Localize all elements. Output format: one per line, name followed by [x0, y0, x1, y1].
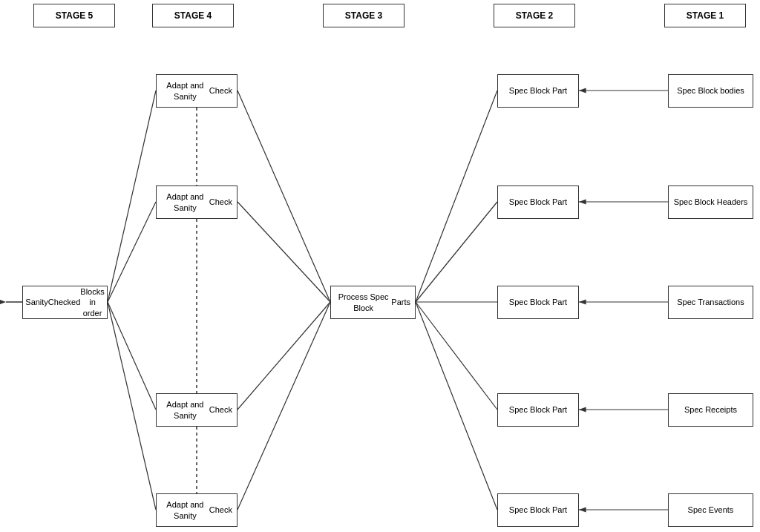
- spec-block-headers-node: Spec Block Headers: [668, 185, 753, 219]
- svg-line-18: [416, 302, 497, 510]
- sanity-checked-node: SanityCheckedBlocks in order: [22, 286, 108, 319]
- svg-line-12: [238, 302, 330, 410]
- svg-line-14: [416, 91, 497, 302]
- adapt4-node: Adapt and SanityCheck: [156, 493, 238, 527]
- spec-block-part-4-node: Spec Block Part: [497, 393, 579, 427]
- svg-line-13: [238, 302, 330, 510]
- svg-line-10: [238, 91, 330, 302]
- spec-events-node: Spec Events: [668, 493, 753, 527]
- adapt1-node: Adapt and SanityCheck: [156, 74, 238, 108]
- spec-block-part-3-node: Spec Block Part: [497, 286, 579, 319]
- stage1-header: STAGE 1: [664, 4, 746, 27]
- svg-line-9: [108, 302, 156, 510]
- stage4-header: STAGE 4: [152, 4, 234, 27]
- svg-line-15: [416, 202, 497, 302]
- spec-receipts-node: Spec Receipts: [668, 393, 753, 427]
- spec-block-part-1-node: Spec Block Part: [497, 74, 579, 108]
- svg-line-6: [108, 91, 156, 302]
- svg-line-11: [238, 202, 330, 302]
- spec-block-part-5-node: Spec Block Part: [497, 493, 579, 527]
- stage2-header: STAGE 2: [494, 4, 575, 27]
- spec-block-part-2-node: Spec Block Part: [497, 185, 579, 219]
- process-node: Process Spec BlockParts: [330, 286, 416, 319]
- adapt3-node: Adapt and SanityCheck: [156, 393, 238, 427]
- stage3-header: STAGE 3: [323, 4, 404, 27]
- svg-line-7: [108, 202, 156, 302]
- spec-transactions-node: Spec Transactions: [668, 286, 753, 319]
- stage5-header: STAGE 5: [33, 4, 115, 27]
- connections-svg: [0, 0, 760, 532]
- spec-block-bodies-node: Spec Block bodies: [668, 74, 753, 108]
- svg-line-8: [108, 302, 156, 410]
- adapt2-node: Adapt and SanityCheck: [156, 185, 238, 219]
- svg-line-17: [416, 302, 497, 410]
